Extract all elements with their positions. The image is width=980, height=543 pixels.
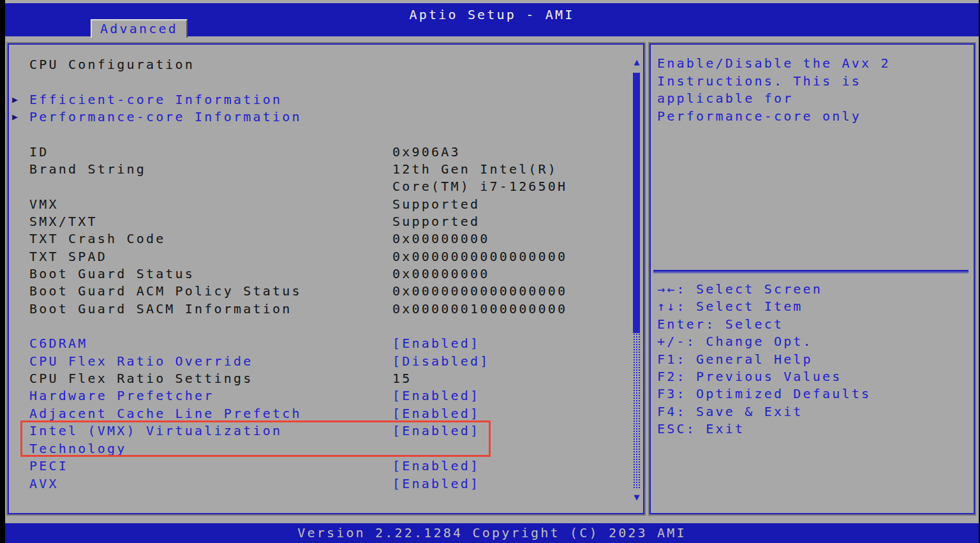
help-panel-divider (653, 270, 969, 274)
info-row-smx-txt: SMX/TXTSupported (9, 213, 643, 230)
key-hints: →←: Select Screen ↑↓: Select Item Enter:… (657, 281, 871, 438)
info-row-txt-spad: TXT SPAD0x0000000000000000 (9, 248, 643, 265)
option-row-cpu-flex-ratio-override[interactable]: CPU Flex Ratio Override[Disabled] (9, 353, 643, 370)
info-row-boot-guard-status: Boot Guard Status0x00000000 (9, 265, 643, 283)
option-row-hardware-prefetcher[interactable]: Hardware Prefetcher[Enabled] (9, 387, 643, 405)
scroll-down-icon[interactable]: ▼ (632, 493, 641, 502)
info-row-brand-string: Brand String12th Gen Intel(R) (9, 161, 643, 178)
tab-advanced[interactable]: Advanced (91, 19, 188, 38)
submenu-item-efficient-core[interactable]: ▶Efficient-core Information (9, 91, 643, 108)
info-row-boot-guard-sacm: Boot Guard SACM Information0x00000010000… (9, 301, 643, 318)
version-text: Version 2.22.1284 Copyright (C) 2023 AMI (5, 525, 979, 540)
option-row-adjacent-cache-line-prefetch[interactable]: Adjacent Cache Line Prefetch[Enabled] (9, 405, 643, 422)
option-row-peci[interactable]: PECI[Enabled] (9, 457, 643, 475)
option-row-avx[interactable]: AVX[Enabled] (9, 475, 643, 493)
scrollbar-thumb[interactable] (633, 73, 640, 333)
key-hint-f4-save-exit: F4: Save & Exit (657, 403, 871, 420)
key-hint-change-opt: +/-: Change Opt. (657, 333, 871, 350)
section-title: CPU Configuration (9, 56, 643, 73)
key-hint-select-screen: →←: Select Screen (657, 281, 871, 298)
submenu-arrow-icon: ▶ (12, 108, 20, 126)
key-hint-enter-select: Enter: Select (657, 316, 871, 333)
info-row-brand-string-cont: Core(TM) i7-12650H (9, 178, 643, 195)
submenu-arrow-icon: ▶ (12, 91, 20, 108)
info-row-cpu-flex-ratio-settings: CPU Flex Ratio Settings15 (9, 370, 643, 387)
help-text: Enable/Disable the Avx 2 Instructions. T… (657, 55, 891, 125)
info-row-boot-guard-acm: Boot Guard ACM Policy Status0x0000000000… (9, 283, 643, 300)
scroll-up-icon[interactable]: ▲ (632, 57, 641, 66)
scrollbar-track[interactable] (633, 333, 640, 489)
main-panel: CPU Configuration ▶Efficient-core Inform… (8, 43, 644, 514)
scrollbar[interactable]: ▲ ▼ (632, 56, 641, 503)
key-hint-select-item: ↑↓: Select Item (657, 298, 871, 315)
screen-background: Aptio Setup - AMI Advanced CPU Configura… (5, 0, 979, 543)
submenu-item-performance-core[interactable]: ▶Performance-core Information (9, 108, 643, 126)
key-hint-f2-previous-values: F2: Previous Values (657, 368, 871, 385)
option-row-c6dram[interactable]: C6DRAM[Enabled] (9, 335, 643, 352)
key-hint-f3-optimized-defaults: F3: Optimized Defaults (657, 385, 871, 403)
key-hint-f1-general-help: F1: General Help (657, 351, 871, 368)
info-row-vmx: VMXSupported (9, 196, 643, 213)
info-row-txt-crash-code: TXT Crash Code0x00000000 (9, 230, 643, 248)
bios-setup-screen: { "header": { "title": "Aptio Setup - AM… (0, 0, 980, 543)
help-panel: Enable/Disable the Avx 2 Instructions. T… (650, 43, 975, 514)
key-hint-esc-exit: ESC: Exit (657, 420, 871, 438)
option-row-intel-vmx-virtualization[interactable]: Intel (VMX) Virtualization[Enabled] (9, 422, 643, 440)
info-row-id: ID0x906A3 (9, 144, 643, 161)
footer-bar: Version 2.22.1284 Copyright (C) 2023 AMI (5, 523, 979, 543)
header-bar: Aptio Setup - AMI Advanced (5, 3, 979, 36)
option-row-intel-vmx-virtualization-cont[interactable]: Technology (9, 440, 643, 457)
